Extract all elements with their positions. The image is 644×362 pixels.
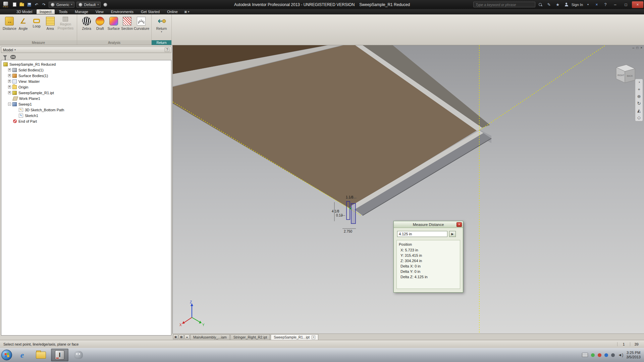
help-button[interactable]: ? [602, 2, 609, 8]
pencil-button[interactable]: ✎ [546, 2, 552, 8]
tab-environments[interactable]: Environments [108, 9, 137, 14]
surface-button[interactable]: Surface [107, 15, 120, 31]
doc-close-button[interactable]: × [640, 46, 642, 50]
return-button[interactable]: Return ▾ [154, 15, 169, 33]
viewcube-face-left[interactable]: RIGHT [618, 74, 624, 76]
dialog-close-button[interactable]: × [457, 222, 462, 227]
undo-button[interactable]: ↶ [33, 2, 40, 8]
find-icon[interactable] [10, 55, 16, 58]
inventor-logo[interactable]: PRO [1, 0, 11, 9]
user-icon [563, 2, 570, 8]
save-button[interactable] [26, 2, 33, 8]
panel-label-analysis[interactable]: Analysis [77, 40, 151, 45]
taskbar-image-editor-button[interactable] [70, 349, 87, 361]
area-button[interactable]: Area [43, 15, 57, 31]
loop-button[interactable]: Loop [30, 15, 43, 28]
search-input[interactable] [473, 2, 535, 7]
tree-row-ipt[interactable]: + SweepSample_R1.ipt [1, 90, 171, 96]
expand-icon[interactable]: + [8, 68, 11, 71]
start-button[interactable] [1, 350, 12, 360]
doc-tab-stringer[interactable]: Stringer_Right_R2.ipt [230, 334, 270, 340]
curvature-button[interactable]: Curvature [134, 15, 149, 31]
keyboard-layout-icon[interactable] [582, 353, 588, 357]
expand-icon[interactable]: + [8, 85, 11, 88]
steering-wheel-icon[interactable]: ◔ [638, 80, 640, 85]
network-tray-icon[interactable] [611, 353, 615, 357]
distance-button[interactable]: ↔ Distance [3, 15, 16, 31]
cascade-windows-button[interactable]: ▦ [179, 335, 184, 339]
doc-tab-main-assembly[interactable]: MainAssembly_...iam [190, 334, 230, 340]
measure-flyout-button[interactable]: ▶ [449, 231, 456, 237]
ribbon-display-options-button[interactable]: ▣ ▾ [184, 10, 190, 13]
tab-tools[interactable]: Tools [56, 9, 71, 14]
angle-button[interactable]: ∠ Angle [16, 15, 30, 31]
tree-row-surface-bodies[interactable]: + Surface Bodies(1) [1, 73, 171, 78]
taskbar-inventor-button[interactable]: I [51, 349, 68, 361]
tab-3d-model[interactable]: 3D Model [13, 9, 35, 14]
panel-label-measure[interactable]: Measure [0, 40, 77, 45]
expand-icon[interactable]: + [8, 80, 11, 83]
measure-value-input[interactable] [397, 231, 447, 237]
viewcube-face-right[interactable]: BACK [627, 75, 633, 77]
sign-in-chevron-icon[interactable]: ▾ [585, 2, 591, 8]
material-select[interactable]: Generic ▾ [49, 2, 74, 8]
new-file-button[interactable] [11, 2, 18, 8]
tree-row-sketch1[interactable]: ✎ Sketch1 [1, 113, 171, 118]
tree-row-end-of-part[interactable]: End of Part [1, 118, 171, 124]
draft-button[interactable]: Draft [93, 15, 107, 31]
section-button[interactable]: Section [120, 15, 134, 31]
tree-row-origin[interactable]: + Origin [1, 84, 171, 90]
close-button[interactable]: × [632, 1, 643, 8]
tab-get-started[interactable]: Get Started [138, 9, 163, 14]
volume-tray-icon[interactable]: ◄) [618, 353, 623, 357]
tab-close-icon[interactable]: × [312, 336, 315, 339]
zebra-button[interactable]: Zebra [80, 15, 93, 31]
view-cube[interactable]: RIGHT BACK [616, 65, 635, 83]
doc-minimize-button[interactable]: – [633, 46, 635, 50]
expand-icon[interactable]: + [8, 74, 11, 77]
tree-row-root[interactable]: SweepSample_R1 Reduced [1, 61, 171, 67]
redo-button[interactable]: ↷ [41, 2, 47, 8]
collapse-icon[interactable]: - [8, 103, 11, 106]
pan-icon[interactable]: + [638, 87, 640, 92]
taskbar-internet-explorer-button[interactable]: e [13, 349, 31, 361]
look-at-icon[interactable]: ◭ [637, 108, 641, 113]
tree-row-3d-sketch[interactable]: ✎ 3D Sketch_Bottom Path [1, 107, 171, 113]
appearance-select[interactable]: Default ▾ [76, 2, 101, 8]
alert-tray-icon[interactable] [598, 353, 601, 357]
view-options-icon[interactable]: ◇ [637, 115, 641, 120]
sign-in-link[interactable]: Sign In [572, 3, 583, 7]
taskbar-explorer-button[interactable] [32, 349, 50, 361]
zoom-icon[interactable]: ⊕ [637, 94, 641, 99]
tab-view[interactable]: View [93, 9, 107, 14]
filter-icon[interactable] [3, 55, 7, 58]
pro-badge: PRO [3, 6, 8, 8]
tab-online[interactable]: Online [164, 9, 181, 14]
minimize-button[interactable]: – [610, 1, 620, 8]
open-button[interactable] [18, 2, 25, 8]
doc-tab-sweepsample[interactable]: SweepSample_R1...ipt × [271, 334, 318, 340]
search-button[interactable] [537, 2, 544, 8]
browser-help-button[interactable]: ? [165, 48, 169, 52]
tab-inspect[interactable]: Inspect [37, 9, 54, 14]
dialog-title-bar[interactable]: Measure Distance × [394, 221, 463, 228]
tile-windows-button[interactable]: ▣ [173, 335, 178, 339]
tree-row-sweep[interactable]: - Sweep1 [1, 101, 171, 107]
tab-manage[interactable]: Manage [72, 9, 91, 14]
adjust-appearance-button[interactable] [102, 2, 109, 8]
tree-row-solid-bodies[interactable]: + Solid Bodies(1) [1, 67, 171, 73]
panel-label-return[interactable]: Return [152, 40, 171, 45]
exchange-apps-button[interactable]: × [593, 2, 600, 8]
maximize-button[interactable]: □ [621, 1, 631, 8]
update-tray-icon[interactable] [591, 353, 595, 357]
browser-header[interactable]: Model ▾ ? [1, 47, 171, 53]
favorites-button[interactable]: ★ [554, 2, 561, 8]
tree-row-view-master[interactable]: + View: Master [1, 78, 171, 84]
orbit-icon[interactable]: ↻ [637, 101, 641, 106]
expand-icon[interactable]: + [8, 91, 11, 94]
taskbar-clock[interactable]: 3:25 PM 3/5/2013 [626, 351, 641, 359]
tree-row-work-plane[interactable]: Work Plane1 [1, 96, 171, 101]
doc-restore-button[interactable]: □ [636, 46, 638, 50]
bluetooth-tray-icon[interactable] [604, 353, 608, 357]
collapse-tabs-button[interactable]: ▴ [184, 335, 190, 339]
